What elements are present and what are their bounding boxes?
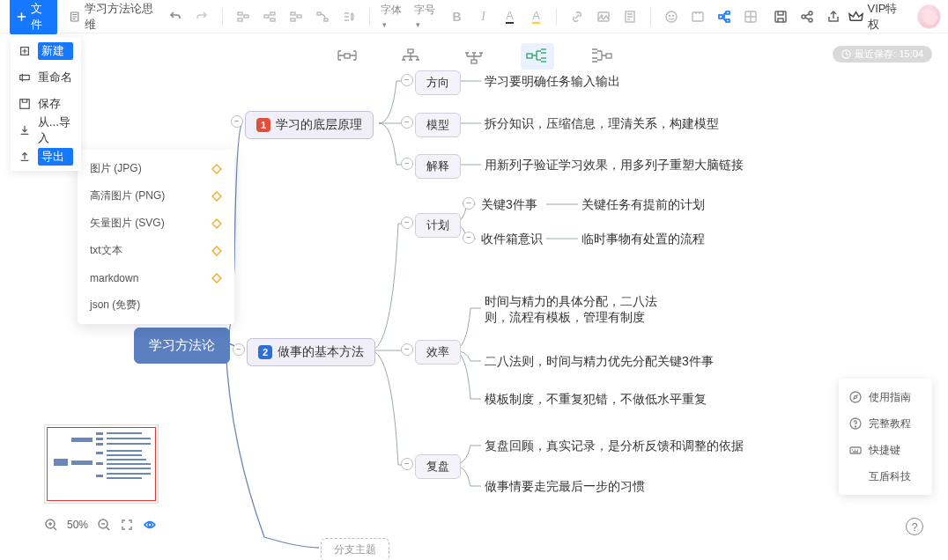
export-png[interactable]: 高清图片 (PNG)	[78, 182, 234, 210]
menu-rename[interactable]: 重命名	[11, 64, 80, 91]
svg-rect-33	[527, 54, 532, 58]
minimap[interactable]	[44, 424, 159, 504]
menu-export[interactable]: 导出	[11, 144, 80, 170]
help-panel: 使用指南 完整教程 快捷键 互盾科技	[839, 379, 932, 495]
struct-option-5[interactable]	[584, 43, 618, 70]
leaf-node[interactable]: 关键任务有提前的计划	[578, 195, 708, 215]
leaf-node[interactable]: 临时事物有处置的流程	[578, 230, 708, 249]
svg-rect-32	[471, 60, 477, 63]
compass-icon	[849, 391, 862, 403]
svg-rect-31	[408, 49, 413, 53]
help-company[interactable]: 互盾科技	[839, 463, 932, 490]
leaf-node[interactable]: 做事情要走完最后一步的习惯	[481, 477, 648, 497]
collapse-toggle[interactable]: −	[401, 116, 413, 129]
collapse-toggle[interactable]: −	[463, 197, 475, 210]
leaf-node[interactable]: 复盘回顾，真实记录，是分析反馈和调整的依据	[481, 437, 747, 456]
node-plan[interactable]: 计划	[415, 213, 461, 238]
menu-save[interactable]: 保存	[11, 91, 80, 117]
zoom-controls: 50%	[44, 518, 157, 532]
svg-rect-30	[344, 54, 350, 58]
save-status-badge: 最近保存: 15:04	[833, 46, 932, 63]
export-submenu: 图片 (JPG) 高清图片 (PNG) 矢量图片 (SVG) txt文本 mar…	[78, 150, 234, 324]
collapse-toggle[interactable]: −	[401, 458, 413, 470]
node-method[interactable]: 2做事的基本方法	[247, 338, 375, 366]
collapse-toggle[interactable]: −	[233, 343, 245, 356]
zoom-in-icon	[44, 518, 58, 532]
zoom-out-icon	[97, 518, 111, 532]
leaf-node[interactable]: 用新列子验证学习效果，用多列子重塑大脑链接	[481, 156, 747, 175]
svg-point-39	[850, 392, 861, 402]
eye-icon	[143, 518, 157, 532]
export-txt[interactable]: txt文本	[78, 237, 234, 264]
leaf-node[interactable]: 二八法则，时间与精力优先分配关键3件事	[481, 352, 717, 372]
leaf-node[interactable]: 时间与精力的具体分配，二八法则，流程有模板，管理有制度	[481, 292, 684, 328]
structure-selector	[0, 39, 948, 74]
branch-placeholder[interactable]: 分支主题	[321, 538, 389, 560]
leaf-node[interactable]: 收件箱意识	[478, 230, 546, 249]
collapse-toggle[interactable]: −	[401, 158, 413, 170]
svg-point-41	[855, 426, 856, 427]
svg-rect-34	[606, 54, 611, 58]
help-tutorial[interactable]: 完整教程	[839, 410, 932, 437]
struct-option-1[interactable]	[330, 43, 364, 70]
export-svg[interactable]: 矢量图片 (SVG)	[78, 210, 234, 237]
premium-icon	[211, 191, 222, 202]
svg-rect-29	[20, 99, 30, 109]
fullscreen-button[interactable]	[120, 518, 134, 532]
collapse-toggle[interactable]: −	[401, 217, 413, 229]
svg-point-38	[148, 523, 152, 527]
zoom-level: 50%	[67, 519, 88, 531]
premium-icon	[211, 246, 222, 256]
collapse-toggle[interactable]: −	[401, 343, 413, 356]
zoom-out-button[interactable]	[97, 518, 111, 532]
node-explain[interactable]: 解释	[415, 154, 461, 179]
node-efficiency[interactable]: 效率	[415, 340, 461, 365]
collapse-toggle[interactable]: −	[463, 232, 475, 244]
help-guide[interactable]: 使用指南	[839, 384, 932, 410]
preview-button[interactable]	[143, 518, 157, 532]
leaf-node[interactable]: 学习要明确任务输入输出	[481, 72, 624, 92]
clock-icon	[841, 49, 851, 59]
question-icon	[849, 417, 862, 430]
help-shortcut[interactable]: 快捷键	[839, 437, 932, 463]
zoom-in-button[interactable]	[44, 518, 58, 532]
node-direction[interactable]: 方向	[415, 70, 461, 95]
node-principle[interactable]: 1学习的底层原理	[245, 111, 374, 139]
menu-new[interactable]: 新建	[11, 38, 80, 64]
file-dropdown: 新建 重命名 保存 从...导入 导出	[11, 37, 81, 171]
node-model[interactable]: 模型	[415, 113, 461, 137]
fullscreen-icon	[120, 518, 134, 532]
premium-icon	[211, 273, 222, 284]
export-md[interactable]: markdown	[78, 264, 234, 291]
struct-option-4[interactable]	[521, 43, 554, 70]
premium-icon	[211, 164, 222, 174]
help-button[interactable]: ?	[906, 518, 923, 535]
leaf-node[interactable]: 模板制度，不重复犯错，不做低水平重复	[481, 390, 710, 409]
struct-option-2[interactable]	[394, 43, 427, 70]
node-review[interactable]: 复盘	[415, 454, 461, 479]
leaf-node[interactable]: 关键3件事	[478, 195, 541, 215]
export-json[interactable]: json (免费)	[78, 291, 234, 319]
root-node[interactable]: 学习方法论	[134, 328, 230, 364]
collapse-toggle[interactable]: −	[231, 115, 243, 128]
struct-option-3[interactable]	[457, 43, 491, 70]
collapse-toggle[interactable]: −	[401, 74, 413, 86]
export-jpg[interactable]: 图片 (JPG)	[78, 155, 234, 182]
menu-import[interactable]: 从...导入	[11, 117, 80, 144]
svg-rect-28	[20, 75, 30, 79]
keyboard-icon	[849, 444, 862, 456]
leaf-node[interactable]: 拆分知识，压缩信息，理清关系，构建模型	[481, 114, 722, 134]
premium-icon	[211, 218, 222, 229]
